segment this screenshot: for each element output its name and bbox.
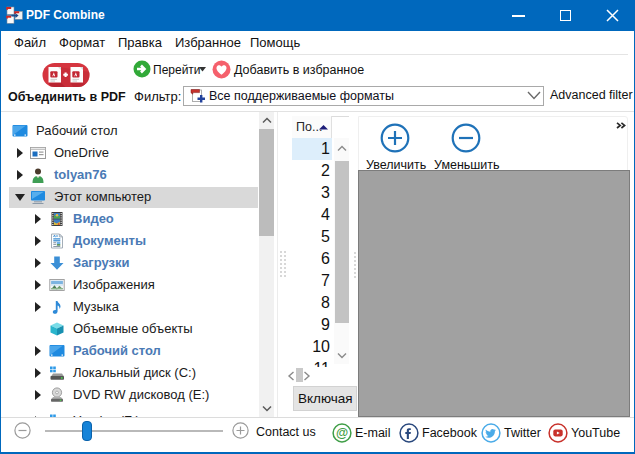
svg-text:@: @ [336,426,348,440]
